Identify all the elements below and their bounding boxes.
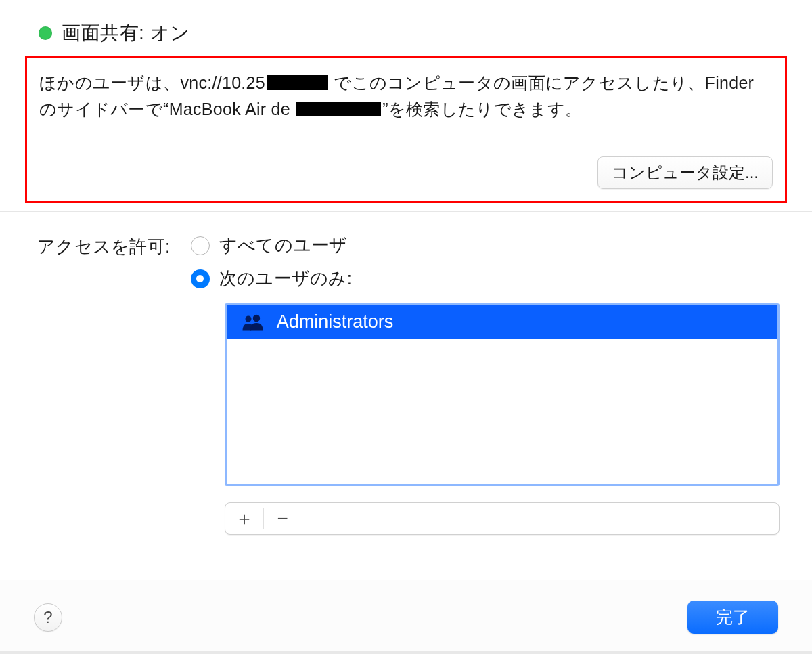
computer-settings-button[interactable]: コンピュータ設定... xyxy=(597,156,773,189)
svg-point-0 xyxy=(252,314,259,321)
status-dot-icon xyxy=(39,26,52,40)
remove-user-button[interactable]: − xyxy=(264,503,302,534)
info-text-2: でこのコンピュータの画面にアクセスしたり、Finder xyxy=(329,70,754,96)
redacted-ip xyxy=(267,75,328,90)
info-text-4: ”を検索したりできます。 xyxy=(382,96,582,123)
footer-bar: ? 完了 xyxy=(0,580,812,654)
radio-only-these-label: 次のユーザのみ: xyxy=(219,267,353,290)
add-remove-toolbar: ＋ − xyxy=(225,502,780,535)
radio-all-users[interactable] xyxy=(191,236,210,255)
access-section: アクセスを許可: すべてのユーザ 次のユーザのみ: xyxy=(37,227,775,535)
info-highlight-box: ほかのユーザは、vnc://10.25 でこのコンピュータの画面にアクセスしたり… xyxy=(25,56,787,203)
done-button[interactable]: 完了 xyxy=(687,601,778,634)
user-list-item-administrators[interactable]: Administrators xyxy=(227,305,777,339)
info-text-1: ほかのユーザは、vnc://10.25 xyxy=(39,70,265,96)
redacted-computer-name xyxy=(296,102,381,116)
users-group-icon xyxy=(242,313,265,331)
section-divider xyxy=(0,211,812,212)
status-header: 画面共有: オン xyxy=(39,20,775,46)
user-list-item-label: Administrators xyxy=(277,311,394,332)
user-list[interactable]: Administrators xyxy=(225,303,780,486)
info-text-3: のサイドバーで“MacBook Air de xyxy=(39,96,295,123)
svg-point-1 xyxy=(245,315,251,322)
radio-only-these[interactable] xyxy=(191,269,210,288)
page-bottom-edge xyxy=(0,651,812,654)
help-icon: ? xyxy=(43,608,52,627)
radio-row-only-these[interactable]: 次のユーザのみ: xyxy=(191,267,780,290)
radio-all-users-label: すべてのユーザ xyxy=(219,234,348,257)
info-description: ほかのユーザは、vnc://10.25 でこのコンピュータの画面にアクセスしたり… xyxy=(39,70,771,123)
access-label: アクセスを許可: xyxy=(37,234,171,535)
radio-row-all-users[interactable]: すべてのユーザ xyxy=(191,234,780,257)
help-button[interactable]: ? xyxy=(34,603,62,632)
add-user-button[interactable]: ＋ xyxy=(225,503,263,534)
status-title: 画面共有: オン xyxy=(62,20,190,46)
